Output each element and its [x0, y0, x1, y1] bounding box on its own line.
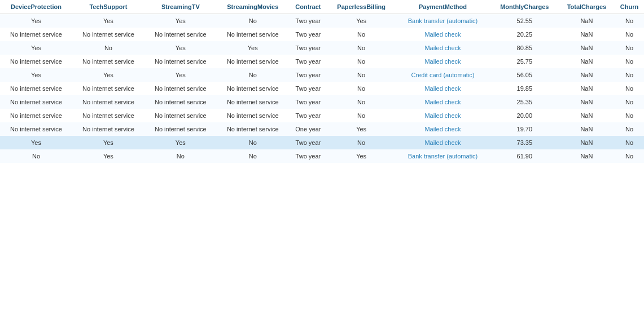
table-cell: 19.70 — [490, 122, 559, 136]
table-cell: Mailed check — [395, 55, 490, 68]
column-header-paymentmethod: PaymentMethod — [395, 0, 490, 14]
column-header-contract: Contract — [289, 0, 327, 14]
table-cell: No — [327, 109, 395, 122]
table-cell: NaN — [559, 28, 615, 41]
table-cell: No — [615, 122, 644, 136]
table-cell: No — [72, 41, 144, 55]
table-cell: Yes — [72, 68, 144, 82]
table-cell: No — [615, 109, 644, 122]
table-cell: No internet service — [0, 28, 72, 41]
table-cell: NaN — [559, 55, 615, 68]
table-cell: Yes — [144, 41, 217, 55]
table-cell: No — [327, 68, 395, 82]
table-cell: No internet service — [144, 55, 217, 68]
column-header-streamingmovies: StreamingMovies — [217, 0, 289, 14]
table-cell: No — [615, 14, 644, 28]
table-cell: No — [217, 68, 289, 82]
table-cell: No — [327, 28, 395, 41]
table-cell: No — [327, 55, 395, 68]
table-cell: Mailed check — [395, 122, 490, 136]
table-cell: No internet service — [0, 95, 72, 109]
table-row: No internet serviceNo internet serviceNo… — [0, 122, 644, 136]
table-cell: No internet service — [217, 82, 289, 95]
table-cell: No internet service — [0, 82, 72, 95]
table-cell: No internet service — [72, 122, 144, 136]
table-cell: Yes — [0, 68, 72, 82]
table-cell: No — [0, 149, 72, 163]
table-cell: No internet service — [0, 122, 72, 136]
table-cell: No — [615, 41, 644, 55]
column-header-paperlessbilling: PaperlessBilling — [327, 0, 395, 14]
table-cell: No internet service — [144, 109, 217, 122]
table-cell: Two year — [289, 136, 327, 149]
data-table: DeviceProtectionTechSupportStreamingTVSt… — [0, 0, 644, 163]
table-cell: No — [615, 149, 644, 163]
table-cell: No — [615, 55, 644, 68]
table-cell: No internet service — [72, 82, 144, 95]
table-cell: 61.90 — [490, 149, 559, 163]
table-cell: No internet service — [144, 28, 217, 41]
column-header-totalcharges: TotalCharges — [559, 0, 615, 14]
table-cell: No — [327, 82, 395, 95]
table-row: No internet serviceNo internet serviceNo… — [0, 55, 644, 68]
table-cell: Mailed check — [395, 136, 490, 149]
table-cell: 20.00 — [490, 109, 559, 122]
table-cell: NaN — [559, 136, 615, 149]
table-cell: 56.05 — [490, 68, 559, 82]
column-header-streamingtv: StreamingTV — [144, 0, 217, 14]
table-cell: Yes — [72, 136, 144, 149]
table-cell: No internet service — [144, 95, 217, 109]
table-cell: No — [615, 28, 644, 41]
table-cell: Two year — [289, 95, 327, 109]
table-cell: Two year — [289, 109, 327, 122]
table-cell: Two year — [289, 82, 327, 95]
table-cell: Two year — [289, 149, 327, 163]
table-cell: Two year — [289, 28, 327, 41]
table-cell: One year — [289, 122, 327, 136]
table-cell: Yes — [217, 41, 289, 55]
table-cell: No — [615, 95, 644, 109]
table-cell: No — [217, 136, 289, 149]
table-cell: Bank transfer (automatic) — [395, 14, 490, 28]
table-cell: 80.85 — [490, 41, 559, 55]
table-cell: Yes — [144, 14, 217, 28]
table-cell: Mailed check — [395, 109, 490, 122]
table-cell: NaN — [559, 109, 615, 122]
table-cell: No internet service — [72, 109, 144, 122]
table-cell: No — [327, 41, 395, 55]
table-cell: Two year — [289, 55, 327, 68]
column-header-techsupport: TechSupport — [72, 0, 144, 14]
table-cell: No — [615, 136, 644, 149]
table-cell: Two year — [289, 41, 327, 55]
table-cell: No internet service — [144, 122, 217, 136]
table-cell: Yes — [0, 14, 72, 28]
table-cell: 25.35 — [490, 95, 559, 109]
table-cell: Two year — [289, 14, 327, 28]
table-cell: No — [217, 14, 289, 28]
table-cell: No internet service — [72, 95, 144, 109]
table-cell: Yes — [144, 68, 217, 82]
table-cell: NaN — [559, 122, 615, 136]
table-cell: No — [144, 149, 217, 163]
table-cell: Yes — [72, 14, 144, 28]
table-row: NoYesNoNoTwo yearYesBank transfer (autom… — [0, 149, 644, 163]
table-cell: 73.35 — [490, 136, 559, 149]
table-cell: Yes — [0, 136, 72, 149]
table-cell: Mailed check — [395, 95, 490, 109]
table-row: No internet serviceNo internet serviceNo… — [0, 95, 644, 109]
table-cell: 25.75 — [490, 55, 559, 68]
table-cell: No — [615, 68, 644, 82]
table-row: YesYesYesNoTwo yearNoCredit card (automa… — [0, 68, 644, 82]
table-row: No internet serviceNo internet serviceNo… — [0, 28, 644, 41]
column-header-churn: Churn — [615, 0, 644, 14]
table-cell: No internet service — [217, 122, 289, 136]
table-row: No internet serviceNo internet serviceNo… — [0, 109, 644, 122]
table-cell: 52.55 — [490, 14, 559, 28]
table-cell: Yes — [72, 149, 144, 163]
table-cell: NaN — [559, 68, 615, 82]
table-cell: NaN — [559, 82, 615, 95]
table-cell: 20.25 — [490, 28, 559, 41]
table-cell: NaN — [559, 95, 615, 109]
table-row: No internet serviceNo internet serviceNo… — [0, 82, 644, 95]
table-cell: No internet service — [72, 55, 144, 68]
